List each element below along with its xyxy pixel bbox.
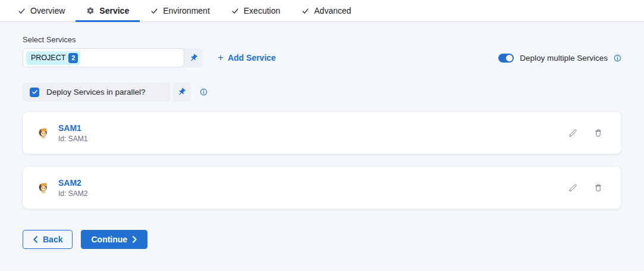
edit-service-button[interactable] bbox=[568, 128, 578, 138]
service-card-list: SAM1 Id: SAM1 bbox=[23, 111, 621, 209]
service-name-link[interactable]: SAM1 bbox=[58, 123, 87, 133]
service-card: SAM2 Id: SAM2 bbox=[23, 166, 621, 209]
back-button-label: Back bbox=[43, 235, 62, 244]
chevron-right-icon bbox=[132, 236, 137, 243]
delete-service-button[interactable] bbox=[593, 183, 603, 192]
gear-icon bbox=[86, 7, 95, 15]
add-service-button[interactable]: + Add Service bbox=[218, 53, 276, 63]
tab-label: Execution bbox=[244, 6, 280, 15]
services-multiselect-input[interactable]: PROJECT 2 bbox=[23, 48, 184, 67]
service-card-text: SAM1 Id: SAM1 bbox=[58, 123, 87, 143]
pin-services-button[interactable] bbox=[184, 48, 203, 67]
service-tab-content: Select Services PROJECT 2 + Add Service bbox=[0, 22, 644, 271]
continue-button-label: Continue bbox=[91, 235, 127, 244]
deploy-parallel-label: Deploy Services in parallel? bbox=[46, 88, 146, 96]
tab-label: Service bbox=[99, 6, 129, 15]
deploy-multiple-label: Deploy multiple Services bbox=[520, 54, 608, 63]
service-avatar bbox=[37, 126, 50, 139]
project-chip-count-badge: 2 bbox=[68, 53, 78, 63]
pin-parallel-button[interactable] bbox=[172, 82, 191, 102]
tab-label: Overview bbox=[30, 6, 65, 15]
add-service-label: Add Service bbox=[228, 53, 276, 63]
deploy-multiple-toggle[interactable] bbox=[498, 54, 514, 63]
tab-label: Advanced bbox=[314, 6, 351, 15]
deploy-stage-config-page: Overview Service Environment Execution A… bbox=[0, 0, 644, 271]
deploy-parallel-checkbox[interactable] bbox=[30, 88, 39, 97]
service-id: Id: SAM2 bbox=[58, 189, 87, 198]
select-services-label: Select Services bbox=[23, 35, 621, 44]
chevron-left-icon bbox=[33, 236, 38, 243]
pencil-icon bbox=[568, 183, 578, 193]
service-card-text: SAM2 Id: SAM2 bbox=[58, 178, 87, 198]
stage-tabbar: Overview Service Environment Execution A… bbox=[0, 0, 644, 22]
tab-execution[interactable]: Execution bbox=[221, 0, 291, 21]
toggle-knob bbox=[506, 55, 513, 61]
trash-icon bbox=[593, 128, 603, 138]
delete-service-button[interactable] bbox=[593, 128, 603, 138]
info-icon[interactable] bbox=[200, 88, 208, 96]
tab-overview[interactable]: Overview bbox=[7, 0, 76, 21]
plus-icon: + bbox=[218, 52, 224, 63]
continue-button[interactable]: Continue bbox=[81, 230, 147, 249]
tab-environment[interactable]: Environment bbox=[140, 0, 221, 21]
pin-icon bbox=[187, 51, 200, 64]
trash-icon bbox=[593, 183, 603, 192]
info-icon[interactable] bbox=[614, 54, 621, 62]
tab-service[interactable]: Service bbox=[76, 0, 140, 21]
edit-service-button[interactable] bbox=[568, 183, 578, 193]
check-icon bbox=[150, 7, 158, 15]
check-icon bbox=[301, 7, 309, 15]
project-chip[interactable]: PROJECT 2 bbox=[26, 51, 80, 65]
tab-label: Environment bbox=[163, 6, 210, 15]
back-button[interactable]: Back bbox=[23, 230, 73, 249]
pin-icon bbox=[175, 86, 188, 98]
check-icon bbox=[32, 89, 38, 95]
project-chip-label: PROJECT bbox=[31, 54, 65, 62]
deploy-parallel-bar: Deploy Services in parallel? bbox=[23, 82, 171, 102]
service-name-link[interactable]: SAM2 bbox=[58, 178, 87, 188]
check-icon bbox=[18, 7, 26, 15]
pencil-icon bbox=[568, 128, 578, 138]
service-id: Id: SAM1 bbox=[58, 135, 87, 143]
check-icon bbox=[231, 7, 239, 15]
tab-advanced[interactable]: Advanced bbox=[291, 0, 362, 21]
service-card: SAM1 Id: SAM1 bbox=[23, 111, 621, 154]
service-avatar bbox=[37, 181, 50, 194]
services-multiselect[interactable]: PROJECT 2 bbox=[23, 48, 203, 67]
